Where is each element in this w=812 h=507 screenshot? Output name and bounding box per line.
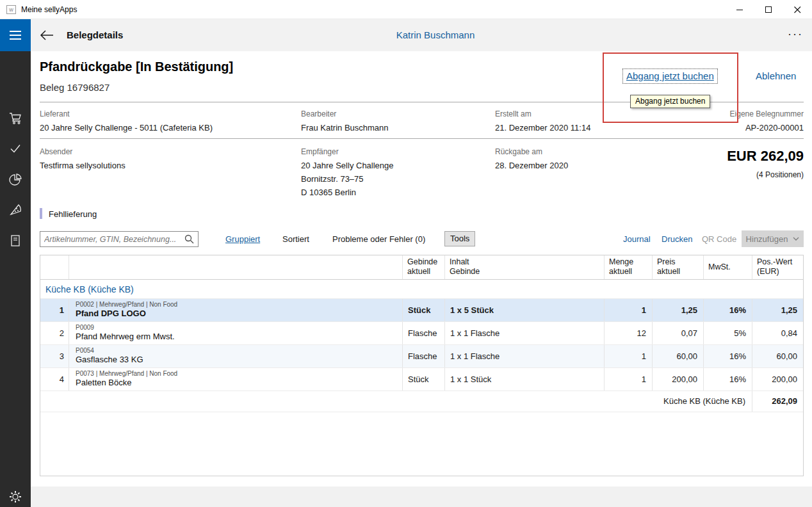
menu-button[interactable] [0,19,31,51]
col-inhalt: InhaltGebinde [444,255,604,279]
group-header[interactable]: Küche KB (Küche KB) [40,280,803,299]
total-amount: EUR 262,09 [727,148,804,165]
app-title: Meine sellyApps [21,0,77,19]
table-header-row: Gebindeaktuell InhaltGebinde Mengeaktuel… [40,255,803,280]
group-total-label: Küche KB (Küche KB) [40,391,752,412]
tools-button[interactable]: Tools [444,231,475,246]
belegnummer-label: Eigene Belegnummer [730,109,804,118]
section-accent-bar [40,208,42,219]
navbar: Belegdetails Katrin Buschmann ··· [0,19,812,51]
annotation-red-box [603,52,738,123]
cart-icon [8,110,23,125]
item-name: Paletten Böcke [76,378,402,388]
search-icon[interactable] [184,234,194,244]
col-menge: Mengeaktuell [604,255,652,279]
rueckgabe-value: 28. Dezember 2020 [495,161,568,170]
lieferant-value: 20 Jahre Selly Challenge - 5011 (Cafeter… [40,123,213,133]
tooltip: Abgang jetzt buchen [630,95,710,108]
back-button[interactable] [37,26,56,44]
table-row[interactable]: 3 P0054Gasflasche 33 KG Flasche 1 x 1 Fl… [40,345,803,368]
current-user-link[interactable]: Katrin Buschmann [359,19,512,51]
table-row[interactable]: 1 P0002 | Mehrweg/Pfand | Non FoodPfand … [40,299,803,322]
chevron-down-icon [793,237,799,241]
hinzufuegen-label: Hinzufügen [746,234,788,244]
divider [40,138,804,139]
item-meta: P0009 [76,324,402,332]
absender-label: Absender [40,147,72,156]
more-options-button[interactable]: ··· [788,19,803,49]
empfaenger-line3: D 10365 Berlin [301,188,356,197]
journal-link[interactable]: Journal [623,234,651,244]
table-row[interactable]: 2 P0009Pfand Mehrweg erm Mwst. Flasche 1… [40,322,803,345]
close-button[interactable] [783,0,812,19]
sidebar-item-tasks[interactable] [0,136,31,161]
sortiert-link[interactable]: Sortiert [282,234,309,244]
maximize-button[interactable] [754,0,783,19]
probleme-link[interactable]: Probleme oder Fehler (0) [332,234,425,244]
table-footer-row: Küche KB (Küche KB) 262,09 [40,391,803,412]
item-name: Pfand Mehrweg erm Mwst. [76,332,402,342]
sidebar-item-cart[interactable] [0,105,31,131]
bearbeiter-label: Bearbeiter [301,109,336,118]
col-wert: Pos.-Wert(EUR) [752,255,803,279]
empfaenger-line1: 20 Jahre Selly Challenge [301,161,394,170]
arrow-left-icon [40,29,54,41]
bearbeiter-value: Frau Katrin Buschmann [301,123,389,133]
empfaenger-label: Empfänger [301,147,339,156]
item-meta: P0073 | Mehrweg/Pfand | Non Food [76,370,402,378]
book-icon [8,233,23,248]
minimize-button[interactable] [726,0,754,19]
lieferant-label: Lieferant [40,109,70,118]
book-outgoing-link-focus: Abgang jetzt buchen [622,68,718,84]
total-positions: (4 Positionen) [756,170,804,179]
empfaenger-line2: Bornitzstr. 73–75 [301,174,364,184]
page-breadcrumb-title: Belegdetails [67,19,123,51]
hamburger-icon [10,31,21,32]
bottom-bar [31,487,812,507]
gear-icon [8,490,22,504]
app-icon: w [6,5,16,14]
item-meta: P0002 | Mehrweg/Pfand | Non Food [76,301,402,309]
erstellt-value: 21. Dezember 2020 11:14 [495,123,590,133]
belegnummer-value: AP-2020-00001 [745,123,804,133]
col-gebinde: Gebindeaktuell [402,255,444,279]
section-label: Fehllieferung [49,209,97,219]
qr-code-link: QR Code [702,234,736,244]
rueckgabe-label: Rückgabe am [495,147,542,156]
item-name: Gasflasche 33 KG [76,355,402,365]
erstellt-label: Erstellt am [495,109,532,118]
titlebar: w Meine sellyApps [0,0,812,19]
sidebar [0,51,31,507]
hinzufuegen-button[interactable]: Hinzufügen [742,230,804,247]
group-total-value: 262,09 [752,391,803,412]
sidebar-item-food[interactable] [0,197,31,223]
item-meta: P0054 [76,347,402,355]
pizza-icon [8,202,23,218]
book-outgoing-link[interactable]: Abgang jetzt buchen [626,70,714,81]
positions-table: Gebindeaktuell InhaltGebinde Mengeaktuel… [40,255,804,476]
absender-value: Testfirma sellysolutions [40,161,126,170]
gruppiert-link[interactable]: Gruppiert [225,234,260,244]
sidebar-item-journal[interactable] [0,228,31,254]
reject-button[interactable]: Ablehnen [756,70,796,81]
document-number: Beleg 16796827 [40,82,110,93]
pie-chart-icon [8,172,23,187]
col-mwst: MwSt. [703,255,752,279]
col-preis: Preisaktuell [652,255,703,279]
document-title: Pfandrückgabe [In Bestätigung] [40,60,233,74]
search-box [40,231,199,247]
sidebar-item-settings[interactable] [0,484,31,507]
search-input[interactable] [44,232,179,246]
check-icon [8,141,23,156]
table-row[interactable]: 4 P0073 | Mehrweg/Pfand | Non FoodPalett… [40,368,803,391]
item-name: Pfand DPG LOGO [76,309,402,319]
sidebar-item-reports[interactable] [0,166,31,192]
drucken-link[interactable]: Drucken [662,234,692,244]
